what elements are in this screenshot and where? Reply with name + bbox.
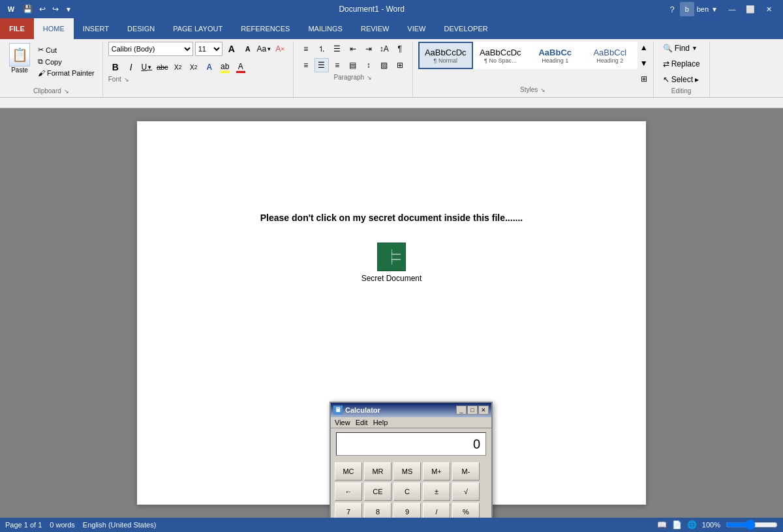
subscript-button[interactable]: X2 bbox=[171, 60, 185, 74]
find-button[interactable]: 🔍 Find ▼ bbox=[659, 42, 704, 55]
calc-menu-help[interactable]: Help bbox=[373, 419, 388, 426]
calc-menu-view[interactable]: View bbox=[335, 419, 350, 426]
select-button[interactable]: ↖ Select ▸ bbox=[659, 73, 704, 86]
replace-label: Replace bbox=[671, 59, 700, 68]
page-info: Page 1 of 1 bbox=[5, 521, 42, 529]
paragraph-expand-icon[interactable]: ↘ bbox=[367, 74, 372, 81]
excel-embedded-icon[interactable]: X bbox=[377, 243, 406, 271]
calc-mminus-button[interactable]: M- bbox=[452, 462, 480, 480]
editing-group-label: Editing bbox=[671, 87, 692, 95]
tab-developer[interactable]: DEVELOPER bbox=[435, 18, 497, 39]
calc-pct-button[interactable]: % bbox=[452, 503, 480, 518]
styles-more-button[interactable]: ⊞ bbox=[640, 74, 648, 83]
style-heading2[interactable]: AaBbCcl Heading 2 bbox=[583, 42, 637, 69]
format-painter-button[interactable]: 🖌 Format Painter bbox=[35, 68, 97, 78]
minimize-button[interactable]: — bbox=[723, 0, 741, 18]
document-page: Please don't click on my secret document… bbox=[137, 121, 646, 505]
tab-references[interactable]: REFERENCES bbox=[232, 18, 299, 39]
justify-button[interactable]: ▤ bbox=[346, 58, 360, 72]
bullets-button[interactable]: ≡ bbox=[299, 42, 313, 56]
strikethrough-button[interactable]: abc bbox=[155, 60, 170, 74]
change-case-button[interactable]: Aa▼ bbox=[257, 42, 271, 56]
increase-indent-button[interactable]: ⇥ bbox=[361, 42, 376, 56]
show-hide-button[interactable]: ¶ bbox=[393, 42, 407, 56]
print-view-button[interactable]: 📄 bbox=[672, 520, 682, 529]
close-button[interactable]: ✕ bbox=[760, 0, 778, 18]
calc-mplus-button[interactable]: M+ bbox=[423, 462, 450, 480]
calc-8-button[interactable]: 8 bbox=[364, 503, 392, 518]
font-grow-button[interactable]: A bbox=[224, 42, 239, 56]
superscript-button[interactable]: X2 bbox=[187, 60, 201, 74]
font-size-select[interactable]: 11 bbox=[195, 42, 223, 56]
calculator-restore-button[interactable]: □ bbox=[467, 406, 478, 415]
tab-file[interactable]: FILE bbox=[0, 18, 34, 39]
clear-format-button[interactable]: A✕ bbox=[273, 42, 288, 56]
tab-insert[interactable]: INSERT bbox=[74, 18, 118, 39]
zoom-slider[interactable] bbox=[726, 520, 778, 530]
undo-button[interactable]: ↩ bbox=[37, 4, 48, 14]
help-icon[interactable]: ? bbox=[670, 5, 675, 14]
user-chevron-icon[interactable]: ▼ bbox=[711, 6, 718, 13]
customize-button[interactable]: ▼ bbox=[63, 5, 74, 14]
italic-button[interactable]: I bbox=[124, 60, 138, 74]
highlight-button[interactable]: ab bbox=[218, 60, 232, 74]
style-no-spacing[interactable]: AaBbCcDc ¶ No Spac... bbox=[473, 42, 528, 69]
font-group-label: Font bbox=[108, 76, 121, 83]
align-left-button[interactable]: ≡ bbox=[299, 58, 313, 72]
underline-button[interactable]: U▼ bbox=[140, 60, 154, 74]
tab-home[interactable]: HOME bbox=[34, 18, 74, 39]
calc-sign-button[interactable]: ± bbox=[423, 482, 450, 501]
bold-button[interactable]: B bbox=[108, 60, 123, 74]
calc-mc-button[interactable]: MC bbox=[335, 462, 362, 480]
align-right-button[interactable]: ≡ bbox=[330, 58, 345, 72]
calc-ms-button[interactable]: MS bbox=[393, 462, 421, 480]
redo-button[interactable]: ↪ bbox=[50, 4, 61, 14]
tab-page-layout[interactable]: PAGE LAYOUT bbox=[164, 18, 232, 39]
tab-mailings[interactable]: MAILINGS bbox=[299, 18, 352, 39]
font-color-button[interactable]: A bbox=[234, 60, 248, 74]
styles-expand-icon[interactable]: ↘ bbox=[540, 87, 545, 93]
tab-design[interactable]: DESIGN bbox=[118, 18, 164, 39]
calc-mr-button[interactable]: MR bbox=[364, 462, 392, 480]
multilevel-button[interactable]: ☰ bbox=[330, 42, 345, 56]
paste-button[interactable]: 📋 Paste bbox=[5, 42, 34, 75]
title-bar: W 💾 ↩ ↪ ▼ Document1 - Word ? b ben ▼ — ⬜… bbox=[0, 0, 783, 18]
shading-button[interactable]: ▨ bbox=[377, 58, 392, 72]
align-center-button[interactable]: ☰ bbox=[315, 58, 329, 72]
font-group: Calibri (Body) 11 A A Aa▼ A✕ B I U▼ abc … bbox=[103, 42, 294, 97]
calculator-close-button[interactable]: ✕ bbox=[478, 406, 489, 415]
calc-menu-edit[interactable]: Edit bbox=[356, 419, 368, 426]
calculator-minimize-button[interactable]: _ bbox=[456, 406, 467, 415]
decrease-indent-button[interactable]: ⇤ bbox=[346, 42, 360, 56]
restore-button[interactable]: ⬜ bbox=[741, 0, 760, 18]
font-family-select[interactable]: Calibri (Body) bbox=[108, 42, 193, 56]
line-spacing-button[interactable]: ↕ bbox=[361, 58, 376, 72]
styles-scroll-down-button[interactable]: ▼ bbox=[640, 59, 648, 68]
style-heading1[interactable]: AaBbCc Heading 1 bbox=[528, 42, 583, 69]
web-view-button[interactable]: 🌐 bbox=[687, 520, 697, 529]
cut-button[interactable]: ✂ Cut bbox=[35, 44, 97, 55]
numbering-button[interactable]: ⒈ bbox=[315, 42, 329, 56]
tab-view[interactable]: VIEW bbox=[398, 18, 435, 39]
read-view-button[interactable]: 📖 bbox=[657, 520, 667, 529]
sort-button[interactable]: ↕A bbox=[377, 42, 392, 56]
tab-review[interactable]: REVIEW bbox=[352, 18, 398, 39]
calc-c-button[interactable]: C bbox=[393, 482, 421, 501]
font-shrink-button[interactable]: A bbox=[241, 42, 255, 56]
style-normal[interactable]: AaBbCcDc ¶ Normal bbox=[418, 42, 473, 69]
text-effects-button[interactable]: A bbox=[202, 60, 217, 74]
calc-ce-button[interactable]: CE bbox=[364, 482, 392, 501]
clipboard-expand-icon[interactable]: ↘ bbox=[64, 88, 69, 95]
border-button[interactable]: ⊞ bbox=[393, 58, 407, 72]
save-button[interactable]: 💾 bbox=[21, 4, 35, 14]
calc-div-button[interactable]: / bbox=[423, 503, 450, 518]
styles-scroll-up-button[interactable]: ▲ bbox=[640, 43, 648, 52]
calc-9-button[interactable]: 9 bbox=[393, 503, 421, 518]
cut-label: Cut bbox=[46, 46, 57, 54]
replace-button[interactable]: ⇄ Replace bbox=[659, 57, 704, 70]
copy-button[interactable]: ⧉ Copy bbox=[35, 56, 97, 67]
font-expand-icon[interactable]: ↘ bbox=[124, 76, 129, 83]
calc-back-button[interactable]: ← bbox=[335, 482, 362, 501]
calc-7-button[interactable]: 7 bbox=[335, 503, 362, 518]
calc-sqrt-button[interactable]: √ bbox=[452, 482, 480, 501]
